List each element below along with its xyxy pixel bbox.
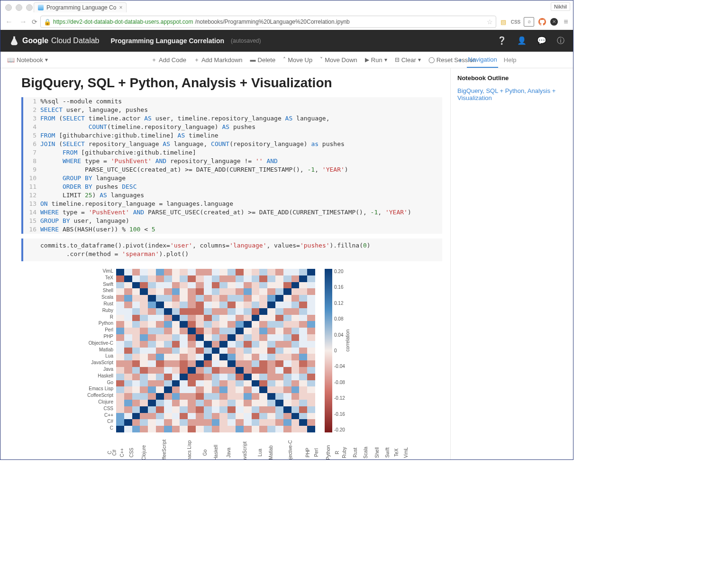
app-header: Google Cloud Datalab Programming Languag… <box>0 30 573 52</box>
notebook-title: Programming Language Correlation <box>111 37 225 45</box>
reload-icon[interactable]: ⟳ <box>32 18 37 26</box>
play-icon: ▶ <box>365 56 369 63</box>
autosaved-label: (autosaved) <box>231 37 261 44</box>
logo-text-google: Google <box>22 37 48 45</box>
omnibox[interactable]: 🔒 https://dev2-dot-datalab-dot-datalab-u… <box>40 16 496 28</box>
flask-logo-icon <box>9 36 19 46</box>
tab-title: Programming Language Co <box>46 4 116 11</box>
chevron-up-icon: ˄ <box>283 56 286 63</box>
refresh-icon: ◯ <box>428 56 435 63</box>
python-cell[interactable]: commits.to_dataframe().pivot(index='user… <box>21 238 442 261</box>
sql-cell[interactable]: 1%%sql --module commits2SELECT user, lan… <box>21 97 442 234</box>
outline-link[interactable]: BigQuery, SQL + Python, Analysis + Visua… <box>457 87 555 101</box>
chevron-down-icon: ▾ <box>384 56 387 63</box>
clear-icon: ⊟ <box>395 56 400 63</box>
ext-icon-5[interactable]: ✕ <box>550 18 558 26</box>
url-path: /notebooks/Programming%20Language%20Corr… <box>195 18 350 25</box>
back-icon[interactable]: ← <box>3 18 15 26</box>
flask-icon <box>38 5 44 10</box>
run-button[interactable]: ▶Run ▾ <box>365 56 387 64</box>
info-icon[interactable]: ⓘ <box>557 36 564 46</box>
delete-button[interactable]: ▬Delete <box>250 56 276 64</box>
colorbar-label: correlation <box>345 330 350 352</box>
chevron-down-icon: ˅ <box>320 56 323 63</box>
chevron-down-icon: ▾ <box>45 56 48 63</box>
url-bar: ← → ⟳ 🔒 https://dev2-dot-datalab-dot-dat… <box>3 15 570 29</box>
notebook-content[interactable]: BigQuery, SQL + Python, Analysis + Visua… <box>0 68 463 459</box>
book-icon: 📖 <box>7 56 15 64</box>
chrome-menu-icon[interactable]: ≡ <box>562 18 570 26</box>
tab-navigation[interactable]: Navigation <box>467 52 498 68</box>
css-ext-icon[interactable]: CSS <box>511 18 520 26</box>
github-icon[interactable] <box>538 18 546 26</box>
sidebar-tabs: ‹ Navigation Help <box>455 52 573 68</box>
move-up-button[interactable]: ˄Move Up <box>283 56 312 64</box>
markdown-heading: BigQuery, SQL + Python, Analysis + Visua… <box>21 75 442 91</box>
profile-badge[interactable]: Nikhil <box>551 2 570 11</box>
move-down-button[interactable]: ˅Move Down <box>320 56 357 64</box>
colorbar-ticks: 0.200.160.120.080.040-0.04-0.08-0.12-0.1… <box>334 269 345 432</box>
logo-text-cloud: Cloud Datalab <box>51 37 99 45</box>
url-host: https://dev2-dot-datalab-dot-datalab-use… <box>53 18 193 25</box>
minus-icon: ▬ <box>250 56 256 63</box>
cast-icon[interactable]: ⎚ <box>524 17 534 27</box>
comment-icon[interactable]: 💬 <box>537 36 546 46</box>
window-controls[interactable] <box>5 4 33 11</box>
tab-help[interactable]: Help <box>504 56 517 64</box>
sidebar: Notebook Outline BigQuery, SQL + Python,… <box>450 68 573 459</box>
datalab-logo[interactable]: Google Cloud Datalab <box>9 36 100 46</box>
lock-icon: 🔒 <box>44 18 51 26</box>
browser-tab[interactable]: Programming Language Co × <box>34 2 127 12</box>
plus-icon: ＋ <box>194 56 200 64</box>
add-markdown-button[interactable]: ＋Add Markdown <box>194 56 243 64</box>
star-icon[interactable]: ☆ <box>487 18 493 26</box>
browser-window: Programming Language Co × Nikhil ← → ⟳ 🔒… <box>0 0 573 460</box>
close-tab-icon[interactable]: × <box>119 4 122 11</box>
clear-button[interactable]: ⊟Clear ▾ <box>395 56 421 64</box>
colorbar <box>325 269 332 432</box>
extension-icons: ▧ CSS ⎚ ✕ ≡ <box>499 17 570 27</box>
forward-icon[interactable]: → <box>18 18 29 26</box>
ext-icon-1[interactable]: ▧ <box>499 18 508 26</box>
notebook-menu[interactable]: Notebook ▾ <box>17 56 48 64</box>
help-icon[interactable]: ❔ <box>497 36 507 46</box>
outline-title: Notebook Outline <box>457 74 566 82</box>
sidebar-back-icon[interactable]: ‹ <box>459 56 461 64</box>
plus-icon: ＋ <box>151 56 157 64</box>
user-icon[interactable]: 👤 <box>517 36 527 46</box>
tab-bar: Programming Language Co × <box>34 2 545 14</box>
chevron-down-icon: ▾ <box>418 56 421 63</box>
add-code-button[interactable]: ＋Add Code <box>151 56 186 64</box>
correlation-heatmap: VimLTeXSwiftShellScalaRustRubyRPythonPer… <box>21 266 315 456</box>
